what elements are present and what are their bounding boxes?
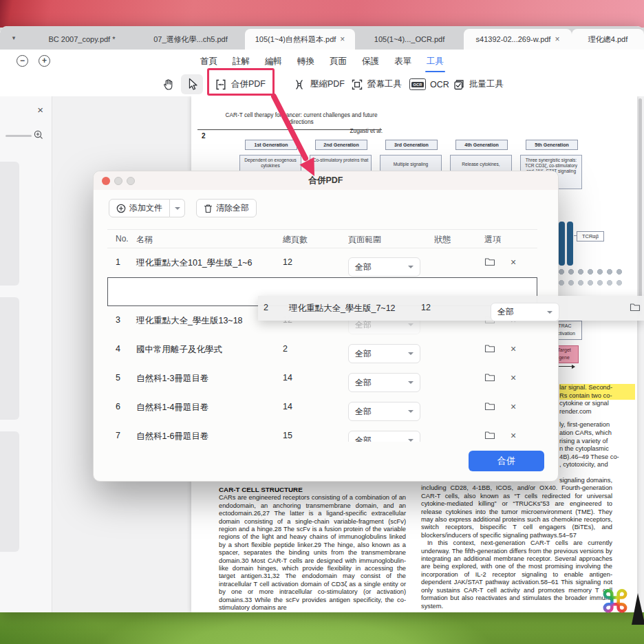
page-range-select[interactable]: 全部 (348, 431, 420, 442)
row-number: 4 (116, 344, 120, 354)
folder-icon[interactable] (484, 344, 495, 353)
fragment-line: Rs contain two co- (559, 392, 635, 400)
thumbnail-zoom-slider[interactable] (6, 135, 32, 137)
fragment-line: render.com (559, 408, 635, 416)
merge-confirm-button[interactable]: 合併 (469, 451, 544, 471)
remove-row-icon[interactable]: × (511, 257, 516, 267)
traffic-minimize-button[interactable] (114, 177, 122, 185)
tab-label: 07_選修化學...ch5.pdf (153, 34, 228, 45)
tab-105-ocr[interactable]: 105(1~4)..._OCR.pdf (355, 29, 464, 50)
folder-icon[interactable] (484, 257, 495, 266)
batch-tools-label: 批量工具 (469, 78, 504, 90)
close-sidebar-icon[interactable]: × (37, 105, 43, 115)
chevron-down-icon (408, 323, 414, 326)
row-filename: 自然科1-6冊題目卷 (136, 431, 209, 442)
close-tab-icon[interactable]: × (340, 35, 345, 43)
traffic-zoom-button[interactable] (127, 177, 135, 185)
clear-all-button[interactable]: 清除全部 (196, 199, 257, 217)
batch-tools-icon (453, 78, 465, 91)
row-filename: 理化重點大全_學生版13~18 (136, 315, 243, 327)
file-table: No. 名稱 總頁數 頁面範圍 狀態 選項 1 理化重點大全101_學生版_1~… (107, 229, 537, 442)
body-text: In this context, next-generation CAR-T c… (421, 539, 612, 610)
page-range-select[interactable]: 全部 (348, 402, 420, 421)
dialog-toolbar: 添加文件 清除全部 (109, 199, 257, 217)
menu-tools-active[interactable]: 工具 (419, 51, 451, 71)
table-row[interactable]: 4 國中常用離子及化學式 2 全部 × (107, 335, 537, 364)
menu-form[interactable]: 表單 (387, 51, 419, 71)
fragment-line: rising a variety of (559, 438, 635, 446)
hand-icon (162, 78, 175, 91)
document-scrollbar[interactable] (638, 98, 642, 316)
row-filename: 理化重點大全_學生版_7~12 (289, 303, 396, 314)
batch-tools-button[interactable]: 批量工具 (448, 74, 508, 94)
row-pagecount: 12 (283, 257, 292, 267)
select-tool-button[interactable] (181, 74, 203, 94)
ribbon-menu: 首頁 註解 編輯 轉換 頁面 保護 表單 工具 (0, 50, 644, 72)
magnifier-plus-icon[interactable] (33, 129, 44, 140)
page-range-select[interactable]: 全部 (491, 303, 559, 321)
hand-tool-button[interactable] (157, 74, 180, 94)
ocr-label: OCR (430, 80, 449, 89)
tab-lihua4[interactable]: 理化總4.pdf (572, 29, 644, 50)
body-text: including CD28, 4-1BB, ICOS, and/or OX40… (421, 484, 612, 539)
fragment-line: ation CARs, which (559, 429, 635, 438)
add-file-button[interactable]: 添加文件 (109, 199, 170, 217)
tcr-label: TCRαβ (577, 231, 604, 242)
page-range-select[interactable]: 全部 (348, 257, 420, 277)
page-thumbnail[interactable] (0, 162, 19, 286)
cursor-icon (186, 78, 198, 91)
row-pagecount: 14 (283, 402, 292, 411)
folder-icon[interactable] (630, 303, 641, 312)
ocr-icon: OCR (409, 78, 426, 90)
tab-105-science[interactable]: 105(1~4)自然科題本.pdf× (245, 29, 355, 50)
page-thumbnail[interactable] (0, 297, 19, 420)
receptor-figure-bar (559, 222, 565, 266)
chevron-down-icon (408, 352, 414, 355)
screen-tool-button[interactable]: 螢幕工具 (346, 74, 407, 94)
fragment-line: 4B).46–49 These co- (559, 453, 635, 462)
thumbnail-sidebar: × (0, 96, 52, 612)
folder-icon[interactable] (484, 373, 495, 382)
table-row[interactable]: 1 理化重點大全101_學生版_1~6 12 全部 × (107, 248, 537, 277)
close-tab-icon[interactable]: × (555, 35, 559, 43)
row-filename: 自然科1-3冊題目卷 (136, 373, 209, 385)
page-thumbnail[interactable] (0, 431, 19, 552)
tab-label: 105(1~4)..._OCR.pdf (374, 35, 444, 43)
tab-bc2007[interactable]: BC 2007_copy.pdf * (28, 29, 136, 50)
range-value: 全部 (355, 319, 372, 331)
table-row[interactable]: 5 自然科1-3冊題目卷 14 全部 × (107, 364, 537, 393)
row-pagecount: 12 (421, 303, 431, 312)
dragged-table-row[interactable]: 2 理化重點大全_學生版_7~12 12 全部 (258, 296, 644, 321)
table-row[interactable]: 6 自然科1-4冊題目卷 14 全部 × (107, 393, 537, 422)
table-row[interactable]: 7 自然科1-6冊題目卷 15 全部 × (107, 422, 537, 442)
fragment-gap (559, 416, 635, 421)
fragment-line: lar signal. Second- (559, 384, 635, 392)
clipped-text-fragments: lar signal. Second- Rs contain two co- c… (559, 384, 635, 469)
menu-convert[interactable]: 轉換 (290, 51, 322, 71)
remove-row-icon[interactable]: × (511, 402, 516, 411)
tab-07-elective-chem[interactable]: 07_選修化學...ch5.pdf (136, 29, 245, 50)
receptor-figure-bar (567, 222, 573, 266)
add-file-dropdown-icon[interactable] (170, 199, 185, 217)
menu-protect[interactable]: 保護 (354, 51, 387, 71)
page-range-select[interactable]: 全部 (348, 373, 420, 392)
tab-label: s41392-02...269-w.pdf (476, 35, 551, 43)
folder-icon[interactable] (484, 402, 495, 411)
annotation-arrow (248, 89, 344, 193)
tab-label: 理化總4.pdf (588, 34, 627, 45)
ocr-button[interactable]: OCR OCR (405, 74, 454, 94)
tab-overflow-chevron-icon[interactable]: ▾ (0, 26, 28, 50)
add-file-label: 添加文件 (129, 202, 162, 214)
remove-row-icon[interactable]: × (511, 344, 516, 354)
traffic-close-button[interactable] (102, 177, 110, 185)
col-status: 狀態 (434, 234, 451, 246)
remove-row-icon[interactable]: × (511, 431, 516, 440)
page-range-select[interactable]: 全部 (348, 344, 420, 363)
menu-page[interactable]: 頁面 (322, 51, 354, 71)
remove-row-icon[interactable]: × (511, 373, 516, 383)
row-number: 2 (264, 303, 268, 312)
tab-s41392-active[interactable]: s41392-02...269-w.pdf× (464, 29, 572, 50)
row-number: 6 (116, 402, 120, 411)
folder-icon[interactable] (484, 431, 495, 440)
generation-5-label: 5th Generation (526, 140, 578, 150)
